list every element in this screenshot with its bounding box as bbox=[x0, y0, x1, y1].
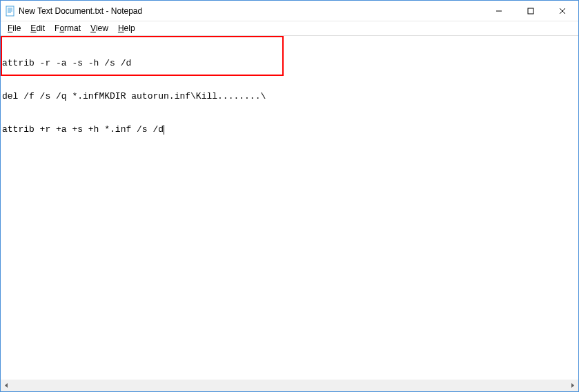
titlebar: New Text Document.txt - Notepad bbox=[1, 1, 578, 21]
scroll-left-arrow-icon[interactable] bbox=[1, 380, 12, 391]
menu-view-accel: V bbox=[90, 23, 96, 33]
menu-help-label: elp bbox=[124, 23, 135, 33]
text-caret bbox=[164, 125, 164, 135]
menu-help[interactable]: Help bbox=[114, 23, 139, 34]
minimize-icon bbox=[495, 8, 502, 14]
menubar: File Edit Format View Help bbox=[1, 21, 578, 35]
svg-marker-10 bbox=[571, 383, 574, 388]
editor-line: attrib +r +a +s +h *.inf /s /d bbox=[2, 124, 577, 135]
notepad-window: New Text Document.txt - Notepad File Edi… bbox=[0, 0, 579, 392]
close-button[interactable] bbox=[547, 1, 578, 21]
notepad-app-icon bbox=[5, 6, 16, 17]
menu-help-accel: H bbox=[118, 23, 124, 33]
menu-edit-label: dit bbox=[36, 23, 45, 33]
maximize-button[interactable] bbox=[515, 1, 547, 21]
svg-marker-9 bbox=[5, 383, 8, 388]
menu-format[interactable]: Format bbox=[50, 23, 85, 34]
maximize-icon bbox=[527, 8, 534, 14]
editor-area: attrib -r -a -s -h /s /d del /f /s /q *.… bbox=[1, 35, 578, 391]
menu-file-label: ile bbox=[12, 23, 21, 33]
menu-edit[interactable]: Edit bbox=[26, 23, 49, 34]
horizontal-scrollbar[interactable] bbox=[1, 380, 578, 391]
menu-view-label: iew bbox=[96, 23, 108, 33]
editor-line-text: attrib +r +a +s +h *.inf /s /d bbox=[2, 124, 164, 135]
window-controls bbox=[483, 1, 578, 21]
scrollbar-track[interactable] bbox=[12, 380, 567, 391]
menu-format-label-after: rmat bbox=[64, 23, 81, 33]
menu-file[interactable]: File bbox=[3, 23, 25, 34]
close-icon bbox=[559, 8, 566, 14]
minimize-button[interactable] bbox=[483, 1, 515, 21]
menu-view[interactable]: View bbox=[86, 23, 112, 34]
editor-line: attrib -r -a -s -h /s /d bbox=[2, 58, 577, 69]
svg-rect-6 bbox=[528, 8, 533, 14]
editor-line: del /f /s /q *.infMKDIR autorun.inf\Kill… bbox=[2, 91, 577, 102]
scroll-right-arrow-icon[interactable] bbox=[567, 380, 578, 391]
text-editor[interactable]: attrib -r -a -s -h /s /d del /f /s /q *.… bbox=[1, 36, 578, 380]
window-title: New Text Document.txt - Notepad bbox=[19, 6, 142, 16]
